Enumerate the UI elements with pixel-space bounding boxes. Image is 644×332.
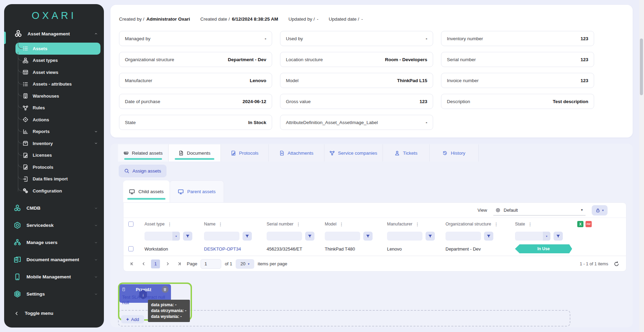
subtab-child-assets[interactable]: Child assets	[123, 180, 170, 202]
select-all-checkbox[interactable]	[128, 222, 133, 227]
field-description[interactable]: DescriptionTest description	[441, 94, 594, 109]
column-menu-icon[interactable]: ⋮	[528, 222, 532, 227]
column-header-model[interactable]: Model⋮	[325, 218, 344, 230]
filter-button-serial-number[interactable]	[305, 232, 314, 241]
filter-button-organizational-structure[interactable]	[484, 232, 493, 241]
page-number-input[interactable]	[201, 259, 221, 269]
field-model[interactable]: ModelThinkPad L15	[280, 73, 433, 88]
field-serial-number[interactable]: Serial number123	[441, 52, 594, 67]
refresh-icon	[614, 261, 619, 267]
tab-history[interactable]: History	[430, 144, 479, 162]
current-page-button[interactable]: 1	[151, 259, 160, 268]
field-date-of-purchase[interactable]: Date of purchase2024-06-12	[119, 94, 272, 109]
column-header-organizational-structure[interactable]: Organizational structure⋮	[446, 218, 498, 230]
asset-management-submenu: Assets Asset types Asset views Assets - …	[4, 43, 104, 197]
sidebar-item-manage-users[interactable]: Manage users	[4, 234, 104, 251]
previous-page-button[interactable]	[139, 260, 148, 268]
tab-tickets[interactable]: Tickets	[383, 144, 430, 162]
add-document-button[interactable]: +Add	[121, 315, 144, 323]
filter-input-serial-number[interactable]	[267, 232, 302, 241]
scrollbar-thumb[interactable]	[640, 38, 643, 95]
page-scrollbar[interactable]	[639, 0, 644, 332]
dropdown-arrow-icon[interactable]: ▾	[543, 232, 550, 241]
record-meta-row: Created by /Administrator Oxari Created …	[119, 16, 363, 22]
filter-input-name[interactable]	[204, 232, 239, 241]
tab-service-companies[interactable]: Service companies	[324, 144, 383, 162]
field-state[interactable]: StateIn Stock	[119, 115, 272, 130]
filter-input-manufacturer[interactable]	[387, 232, 422, 241]
sidebar-item-configuration[interactable]: Configuration	[4, 185, 104, 197]
sidebar-item-servicedesk[interactable]: Servicedesk	[4, 217, 104, 234]
sidebar-item-cmdb[interactable]: CMDB	[4, 200, 104, 217]
column-header-asset-type[interactable]: Asset type⋮	[144, 218, 172, 230]
column-header-serial-number[interactable]: Serial number⋮	[267, 218, 301, 230]
sidebar-section-asset-management[interactable]: Asset Management	[4, 27, 104, 41]
history-icon	[442, 151, 448, 156]
field-used-by[interactable]: Used by-	[280, 31, 433, 46]
column-menu-icon[interactable]: ⋮	[494, 222, 498, 227]
refresh-button[interactable]	[612, 260, 621, 268]
column-header-name[interactable]: Name⋮	[204, 218, 223, 230]
last-page-button[interactable]	[175, 260, 183, 268]
trash-icon	[163, 288, 167, 291]
items-per-page-label: items per page	[258, 261, 287, 266]
field-invoice-number[interactable]: Invoice number123	[441, 73, 594, 88]
filter-button-model[interactable]	[363, 232, 373, 241]
lock-view-button[interactable]: ▾	[592, 205, 608, 215]
sidebar-section-label: Asset Management	[28, 31, 70, 36]
column-menu-icon[interactable]: ⋮	[339, 222, 344, 227]
tab-attachments[interactable]: Attachments	[269, 144, 324, 162]
subtab-parent-assets[interactable]: Parent assets	[170, 180, 224, 202]
sidebar-item-mobile-management[interactable]: Mobile Management	[4, 268, 104, 286]
filter-button-state[interactable]	[554, 232, 563, 241]
filter-button-manufacturer[interactable]	[426, 232, 435, 241]
next-page-icon	[165, 262, 170, 266]
field-asset-image[interactable]: AttributeDefinition_Asset_AssetImage_Lab…	[280, 115, 433, 130]
column-header-state[interactable]: State⋮	[515, 218, 532, 230]
filter-button-asset-type[interactable]	[183, 232, 192, 241]
protocols-icon	[23, 164, 28, 170]
field-gross-value[interactable]: Gross value123	[280, 94, 433, 109]
monitor-icon	[129, 189, 135, 195]
page-size-select[interactable]: 20▾	[236, 259, 254, 269]
active-tab-underline	[175, 158, 214, 160]
column-menu-icon[interactable]: ⋮	[415, 222, 420, 227]
chevron-down-icon	[94, 207, 98, 210]
assign-assets-button[interactable]: Assign assets	[119, 165, 167, 177]
column-header-manufacturer[interactable]: Manufacturer⋮	[387, 218, 420, 230]
field-inventory-number[interactable]: Inventory number123	[441, 31, 594, 46]
filter-input-model[interactable]	[325, 232, 360, 241]
field-organizational-structure[interactable]: Organizational structureDepartment - Dev	[119, 52, 272, 67]
cell-manufacturer: Lenovo	[387, 242, 402, 256]
dropdown-arrow-icon[interactable]: ▾	[172, 232, 180, 241]
toggle-menu-button[interactable]: Toggle menu	[4, 305, 104, 322]
field-manufacturer[interactable]: ManufacturerLenovo	[119, 73, 272, 88]
column-menu-icon[interactable]: ⋮	[218, 222, 223, 227]
view-select[interactable]: Default ▼	[493, 205, 586, 215]
filter-input-asset-type[interactable]: ▾	[144, 232, 180, 241]
table-row[interactable]: Workstation DESKTOP-OPT34 456233/32546/E…	[124, 242, 626, 256]
created-by: Created by /Administrator Oxari	[119, 16, 190, 22]
row-checkbox[interactable]	[128, 246, 133, 252]
next-page-button[interactable]	[163, 260, 172, 268]
filter-button-name[interactable]	[243, 232, 252, 241]
documents-icon	[179, 151, 184, 156]
export-pdf-icon[interactable]: PDF	[586, 221, 592, 227]
sidebar-item-document-management[interactable]: Document management	[4, 251, 104, 268]
sidebar-item-settings[interactable]: Settings	[4, 286, 104, 303]
tab-documents[interactable]: Documents	[169, 144, 221, 162]
column-menu-icon[interactable]: ⋮	[167, 222, 172, 227]
sidebar-item-assets[interactable]: Assets	[15, 43, 100, 55]
first-page-button[interactable]	[128, 260, 136, 268]
filter-input-organizational-structure[interactable]	[446, 232, 481, 241]
export-excel-icon[interactable]: X	[577, 221, 583, 227]
tab-related-assets[interactable]: Related assets	[118, 144, 169, 162]
field-managed-by[interactable]: Managed by-	[119, 31, 272, 46]
dropdown-arrow-icon: ▾	[602, 209, 604, 212]
field-location-structure[interactable]: Location structureRoom - Developers	[280, 52, 433, 67]
cell-name-link[interactable]: DESKTOP-OPT34	[204, 242, 241, 256]
filter-input-state[interactable]: ▾	[515, 232, 550, 241]
tab-protocols[interactable]: Protocols	[221, 144, 269, 162]
delete-document-button[interactable]	[162, 286, 169, 293]
column-menu-icon[interactable]: ⋮	[296, 222, 301, 227]
